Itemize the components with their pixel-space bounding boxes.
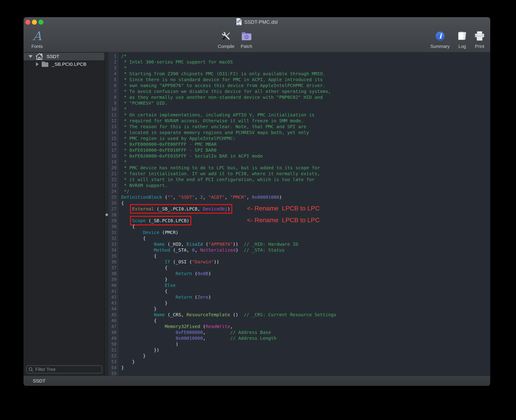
code-line[interactable]: 10 * (105, 106, 490, 112)
gutter-marker-cell[interactable] (105, 347, 108, 353)
gutter-marker-dot[interactable] (105, 213, 108, 216)
disclosure-down-icon[interactable] (29, 55, 33, 58)
gutter-marker-cell[interactable] (105, 135, 108, 141)
gutter-marker-cell[interactable] (105, 329, 108, 335)
gutter-marker-cell[interactable] (105, 270, 108, 277)
gutter-marker-cell[interactable] (105, 359, 108, 365)
code-line[interactable]: 16 * 0xFE000000~0xFE00FFFF - PMC MBAR (105, 141, 490, 147)
code-line[interactable]: 51 }) (105, 347, 490, 353)
gutter-marker-cell[interactable] (105, 200, 108, 206)
gutter-marker-cell[interactable] (105, 182, 108, 188)
gutter-marker-cell[interactable] (105, 106, 108, 112)
gutter-marker-cell[interactable] (105, 288, 108, 294)
gutter-marker-cell[interactable] (105, 241, 108, 247)
fonts-button[interactable]: A Fonts (31, 29, 43, 49)
code-line[interactable]: 27 External (_SB_.PCI0.LPCB, DeviceObj)<… (105, 206, 490, 212)
code-line[interactable]: 12 * required for NVRAM access. Otherwis… (105, 118, 490, 124)
gutter-marker-cell[interactable] (105, 94, 108, 100)
code-line[interactable]: 11 * On certain implementations, includi… (105, 112, 490, 118)
code-editor[interactable]: 1/*2 * Intel 300-series PMC support for … (105, 52, 490, 376)
code-line[interactable]: 31 Device (PMCR) (105, 229, 490, 235)
log-button[interactable]: Log (457, 29, 467, 49)
code-line[interactable]: 52 } (105, 353, 490, 359)
code-line[interactable]: 21 * faster initialisation. If we add it… (105, 171, 490, 177)
disclosure-right-icon[interactable] (36, 62, 39, 66)
close-button[interactable] (25, 20, 30, 25)
gutter-marker-cell[interactable] (105, 253, 108, 259)
gutter-marker-cell[interactable] (105, 318, 108, 323)
gutter-marker-cell[interactable] (105, 82, 108, 88)
code-line[interactable]: 14 * located in separate memory regions … (105, 129, 490, 135)
code-line[interactable]: 54} (105, 365, 490, 370)
gutter-marker-cell[interactable] (105, 112, 108, 118)
code-line[interactable]: 44 } (105, 306, 490, 312)
gutter-marker-cell[interactable] (105, 306, 108, 312)
code-line[interactable]: 29 Scope (_SB.PCI0.LPCB)<- Rename LPCB t… (105, 218, 490, 224)
gutter-marker-cell[interactable] (105, 212, 108, 218)
gutter-marker-cell[interactable] (105, 282, 108, 288)
gutter-marker-cell[interactable] (105, 147, 108, 153)
gutter-marker-cell[interactable] (105, 65, 108, 71)
gutter-marker-cell[interactable] (105, 300, 108, 306)
gutter-marker-cell[interactable] (105, 277, 108, 282)
code-line[interactable]: 30 { (105, 224, 490, 229)
summary-button[interactable]: i Summary (430, 29, 450, 49)
code-line[interactable]: 8 * as they normally use another non-sta… (105, 94, 490, 100)
code-line[interactable]: 41 { (105, 288, 490, 294)
gutter-marker-cell[interactable] (105, 159, 108, 165)
code-line[interactable]: 46 { (105, 318, 490, 323)
code-line[interactable]: 5 * Since there is no standard device fo… (105, 77, 490, 82)
gutter-marker-cell[interactable] (105, 294, 108, 300)
code-line[interactable]: 38 Return (0x0B) (105, 270, 490, 277)
code-line[interactable]: 6 * own naming "APP9876" to access this … (105, 82, 490, 88)
code-line[interactable]: 17 * 0xFE010000~0xFE010FFF - SPI BAR0 (105, 147, 490, 153)
code-line[interactable]: 34 Method (_STA, 0, NotSerialized) // _S… (105, 247, 490, 253)
code-line[interactable]: 25DefinitionBlock ("", "SSDT", 2, "ACDT"… (105, 194, 490, 200)
code-line[interactable]: 40 Else (105, 282, 490, 288)
code-line[interactable]: 48 0xFE000000, // Address Base (105, 329, 490, 335)
minimize-button[interactable] (32, 20, 37, 25)
gutter-marker-cell[interactable] (105, 235, 108, 241)
gutter-marker-cell[interactable] (105, 218, 108, 224)
patch-button[interactable]: Patch (241, 29, 252, 49)
gutter-marker-cell[interactable] (105, 224, 108, 229)
code-line[interactable]: 33 Name (_HID, EisaId ("APP9876")) // _H… (105, 241, 490, 247)
gutter-marker-cell[interactable] (105, 365, 108, 370)
gutter-marker-cell[interactable] (105, 53, 108, 59)
gutter-marker-cell[interactable] (105, 188, 108, 194)
code-line[interactable]: 23 * NVRAM support. (105, 182, 490, 188)
gutter-marker-cell[interactable] (105, 77, 108, 82)
code-line[interactable]: 9 * "PCHRESV" UID. (105, 100, 490, 106)
code-line[interactable]: 2 * Intel 300-series PMC support for mac… (105, 59, 490, 65)
code-line[interactable]: 24 */ (105, 188, 490, 194)
code-line[interactable]: 37 { (105, 265, 490, 270)
gutter-marker-cell[interactable] (105, 165, 108, 171)
code-line[interactable]: 3 * (105, 65, 490, 71)
print-button[interactable]: Print (474, 29, 485, 49)
gutter-marker-cell[interactable] (105, 259, 108, 265)
code-line[interactable]: 50 ) (105, 341, 490, 347)
code-line[interactable]: 42 Return (Zero) (105, 294, 490, 300)
code-line[interactable]: 1/* (105, 53, 490, 59)
gutter-marker-cell[interactable] (105, 323, 108, 329)
gutter-marker-cell[interactable] (105, 177, 108, 182)
gutter-marker-cell[interactable] (105, 247, 108, 253)
code-line[interactable]: 22 * it will start in the end of PCI con… (105, 177, 490, 182)
gutter-marker-cell[interactable] (105, 129, 108, 135)
code-line[interactable]: 20 * PMC device has nothing to do to LPC… (105, 165, 490, 171)
gutter-marker-cell[interactable] (105, 312, 108, 318)
gutter-marker-cell[interactable] (105, 100, 108, 106)
code-line[interactable]: 7 * To avoid confusion we disable this d… (105, 88, 490, 94)
code-line[interactable]: 18 * 0xFE020000~0xFE035FFF - SerialIo BA… (105, 153, 490, 159)
code-line[interactable]: 43 } (105, 300, 490, 306)
gutter-marker-cell[interactable] (105, 124, 108, 129)
gutter-marker-cell[interactable] (105, 88, 108, 94)
tree-row-lpcb[interactable]: _SB.PCI0.LPCB (23, 60, 105, 68)
gutter-marker-cell[interactable] (105, 370, 108, 376)
gutter-marker-cell[interactable] (105, 141, 108, 147)
zoom-button[interactable] (38, 20, 43, 25)
gutter-marker-cell[interactable] (105, 118, 108, 124)
code-lines[interactable]: 1/*2 * Intel 300-series PMC support for … (105, 53, 490, 376)
code-line[interactable]: 55 (105, 370, 490, 376)
filter-tree-input[interactable] (26, 365, 102, 374)
